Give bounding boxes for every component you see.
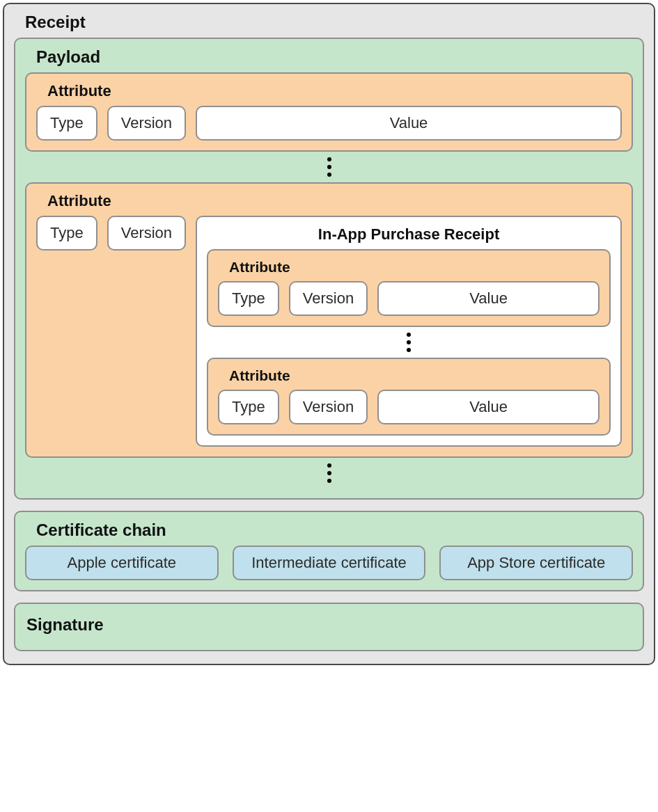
version-field: Version — [289, 281, 368, 316]
payload-container: Payload Attribute Type Version Value Att… — [14, 38, 644, 500]
attribute-block: Attribute Type Version In-App Purchase R… — [25, 182, 633, 458]
attribute-title: Attribute — [36, 74, 622, 106]
signature-title: Signature — [15, 607, 643, 640]
attribute-title: Attribute — [218, 359, 600, 390]
attribute-title: Attribute — [36, 184, 622, 216]
ellipsis-icon — [25, 152, 633, 182]
payload-title: Payload — [25, 39, 633, 72]
diagram-canvas: Receipt Payload Attribute Type Version V… — [3, 3, 655, 665]
attribute-row: Type Version Value — [36, 106, 622, 141]
iap-receipt-title: In-App Purchase Receipt — [207, 217, 611, 249]
value-field: Value — [196, 106, 622, 141]
iap-receipt-container: In-App Purchase Receipt Attribute Type V… — [196, 216, 622, 447]
cert-chain-container: Certificate chain Apple certificate Inte… — [14, 511, 644, 591]
type-field: Type — [218, 390, 279, 424]
ellipsis-icon — [25, 458, 633, 488]
value-field: Value — [377, 390, 600, 424]
attribute-block: Attribute Type Version Value — [207, 358, 611, 436]
receipt-container: Receipt Payload Attribute Type Version V… — [3, 3, 655, 665]
ellipsis-icon — [207, 327, 611, 358]
receipt-title: Receipt — [14, 4, 644, 38]
attribute-title: Attribute — [218, 250, 600, 281]
version-field: Version — [289, 390, 368, 424]
attribute-row: Type Version Value — [218, 281, 600, 316]
cert-chain-title: Certificate chain — [25, 512, 633, 546]
version-field: Version — [107, 216, 186, 250]
attribute-block: Attribute Type Version Value — [25, 72, 633, 152]
certificate-item: Apple certificate — [25, 546, 219, 580]
version-field: Version — [107, 106, 186, 141]
type-field: Type — [218, 281, 279, 316]
attribute-block: Attribute Type Version Value — [207, 249, 611, 327]
attribute-row: Type Version Value — [218, 390, 600, 424]
certificate-item: Intermediate certificate — [233, 546, 426, 580]
type-field: Type — [36, 106, 97, 141]
value-field: Value — [377, 281, 600, 316]
certificate-item: App Store certificate — [439, 546, 633, 580]
attribute-row: Type Version In-App Purchase Receipt Att… — [36, 216, 622, 447]
signature-container: Signature — [14, 603, 644, 651]
type-field: Type — [36, 216, 97, 250]
cert-chain-row: Apple certificate Intermediate certifica… — [25, 546, 633, 580]
